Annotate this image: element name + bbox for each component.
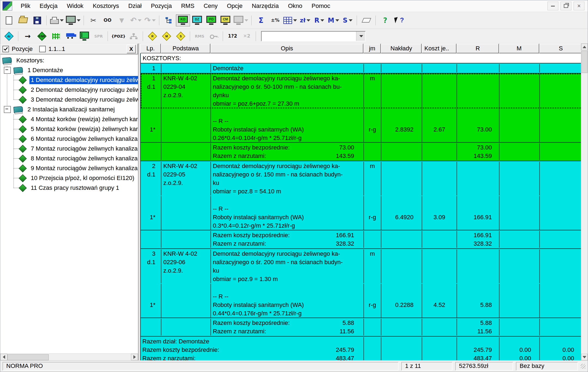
tree-item-label: 10 Przejscia p/poż, kl oporności EI120): [29, 174, 136, 182]
menu-item-widok[interactable]: Widok: [62, 0, 88, 12]
menu-item-okno[interactable]: Okno: [283, 0, 307, 12]
tree-item[interactable]: 6 Montaż rurociągów żeliwnych kanaliza: [0, 134, 138, 144]
dostawy-button[interactable]: [63, 30, 77, 42]
insert-dzial-button[interactable]: dz: [2, 30, 16, 42]
tree-root-item[interactable]: Kosztorys:: [0, 56, 138, 65]
table-row-position-1[interactable]: 1d.1 KNR-W 4-020229-04z.o.2.9. Demontaż …: [141, 74, 583, 161]
undo-dropdown-icon[interactable]: [138, 19, 142, 22]
pozycje-checkbox[interactable]: [2, 46, 9, 52]
currency-button[interactable]: zł: [298, 14, 312, 26]
pozycje-view-button[interactable]: PO: [204, 14, 218, 26]
table-row-position-3[interactable]: 3d.1 KNR-W 4-020229-06z.o.2.9. Demontaż …: [141, 249, 583, 337]
scroll-down-button[interactable]: [581, 354, 588, 360]
sidebar-horizontal-scrollbar[interactable]: [0, 353, 138, 360]
s-view-dropdown-icon[interactable]: [349, 19, 353, 22]
s-view-button[interactable]: S: [341, 14, 355, 26]
tree-item[interactable]: 4 Montaż korków (rewizja) żeliwnych kar: [0, 114, 138, 124]
resize-grip[interactable]: [581, 364, 586, 369]
find-button[interactable]: OO: [100, 14, 115, 26]
toolbar-combobox[interactable]: [261, 31, 366, 41]
menu-item-kosztorys[interactable]: Kosztorys: [88, 0, 124, 12]
menu-item-pomoc[interactable]: Pomoc: [307, 0, 335, 12]
menu-item-dział[interactable]: Dział: [124, 0, 146, 12]
scroll-right-button[interactable]: [131, 354, 138, 360]
renumber-button[interactable]: 1?2: [225, 30, 240, 42]
menu-item-edycja[interactable]: Edycja: [35, 0, 62, 12]
poz-braces-button[interactable]: {POZ}: [110, 30, 127, 42]
redo-dropdown-icon[interactable]: [152, 19, 156, 22]
table-cell-pod: KNR-W 4-020229-05z.o.2.9.: [161, 162, 211, 196]
insert-knr-button[interactable]: KNR: [35, 30, 49, 42]
print-button[interactable]: [49, 14, 65, 26]
menu-item-narzędzia[interactable]: Narzędzia: [247, 0, 283, 12]
close-button[interactable]: ×: [574, 2, 584, 10]
kosztorys-view-button[interactable]: KO: [176, 14, 190, 26]
extra-view-dropdown-icon[interactable]: [244, 19, 248, 22]
save-file-button[interactable]: [30, 14, 44, 26]
table-dropdown-icon[interactable]: [293, 19, 297, 22]
table-button[interactable]: [282, 14, 298, 26]
scroll-left-icon: [3, 355, 5, 359]
combobox-value[interactable]: [262, 32, 356, 41]
currency-dropdown-icon[interactable]: [307, 19, 310, 22]
tree-expander-icon[interactable]: [4, 106, 11, 113]
tree-item[interactable]: 9 Montaż rurociągów żeliwnych kanaliza: [0, 163, 138, 173]
horizontal-scroll-thumb[interactable]: [7, 354, 49, 360]
monitor-screen-label: CM: [223, 18, 228, 21]
table-row-position-2[interactable]: 2d.1 KNR-W 4-020229-05z.o.2.9. Demontaż …: [141, 161, 583, 249]
new-file-button[interactable]: [2, 14, 16, 26]
tree-section-2[interactable]: 2 Instalacja kanalizacji sanitarnej: [0, 105, 138, 114]
tree-item[interactable]: 7 Montaż rurociągów żeliwnych kanaliza: [0, 144, 138, 154]
menu-item-ceny[interactable]: Ceny: [199, 0, 222, 12]
tree-expander-icon[interactable]: [4, 67, 11, 74]
tree-section-1[interactable]: 1 Demontaże: [0, 65, 138, 75]
app-icon[interactable]: [2, 1, 12, 11]
tree-item[interactable]: 8 Montaż rurociągów żeliwnych kanaliza: [0, 154, 138, 163]
tree-item[interactable]: 10 Przejscia p/poż, kl oporności EI120): [0, 173, 138, 183]
tree-item[interactable]: 1 Demontaż demolacyjny rurociągu żeliw: [0, 75, 138, 85]
combobox-dropdown-button[interactable]: [356, 32, 365, 41]
scroll-up-button[interactable]: [581, 44, 588, 50]
tree-item[interactable]: 2 Demontaż demolacyjny rurociągu żeliw: [0, 85, 138, 95]
print-preview-dropdown-icon[interactable]: [77, 19, 81, 22]
narzuty-button[interactable]: ±%: [268, 14, 282, 26]
vertical-scroll-thumb[interactable]: [581, 51, 587, 73]
tree-item[interactable]: 11 Czas pracy rusztowań grupy 1: [0, 183, 138, 193]
m-view-button[interactable]: M: [326, 14, 341, 26]
position-tree-button[interactable]: [77, 30, 91, 42]
r-view-dropdown-icon[interactable]: [320, 19, 324, 22]
materialy-button[interactable]: M: [160, 30, 174, 42]
outline-view-button[interactable]: [162, 14, 176, 26]
menu-item-rms[interactable]: RMS: [176, 0, 199, 12]
insert-obmiar-button[interactable]: [49, 30, 63, 42]
insert-position-button[interactable]: →: [21, 30, 35, 42]
range-checkbox[interactable]: [39, 46, 46, 52]
r-view-button[interactable]: R: [312, 14, 326, 26]
print-dropdown-icon[interactable]: [60, 19, 64, 22]
menu-item-opcje[interactable]: Opcje: [222, 0, 247, 12]
robocizna-button[interactable]: R: [145, 30, 160, 42]
cenniki-view-button[interactable]: CM: [218, 14, 232, 26]
dzialy-view-button[interactable]: DZ: [190, 14, 204, 26]
tree-item[interactable]: 3 Demontaż demolacyjny rurociągu żeliw: [0, 95, 138, 105]
table-row-dzial-1[interactable]: 1 Demontaże: [141, 63, 583, 74]
table-cell-kos: 3.09: [422, 196, 457, 230]
context-help-button[interactable]: ?: [392, 14, 406, 26]
menu-item-pozycja[interactable]: Pozycja: [146, 0, 176, 12]
print-preview-button[interactable]: [65, 14, 82, 26]
open-file-button[interactable]: [16, 14, 30, 26]
eraser-button[interactable]: [359, 14, 373, 26]
restore-button[interactable]: [561, 2, 571, 10]
table-vertical-scrollbar[interactable]: [581, 44, 588, 360]
help-button[interactable]: ?: [378, 14, 392, 26]
sum-button[interactable]: Σ: [254, 14, 268, 26]
table-cell-pod: [161, 143, 211, 160]
cut-button[interactable]: ✂: [86, 14, 100, 26]
sidebar-close-button[interactable]: X: [127, 45, 136, 53]
m-view-dropdown-icon[interactable]: [335, 19, 339, 22]
menu-item-plik[interactable]: Plik: [16, 0, 35, 12]
tree-item[interactable]: 5 Montaż korków (rewizja) żeliwnych kar: [0, 124, 138, 134]
minimize-button[interactable]: [547, 2, 558, 10]
scroll-left-button[interactable]: [0, 354, 7, 360]
sprzet-button[interactable]: S: [174, 30, 188, 42]
